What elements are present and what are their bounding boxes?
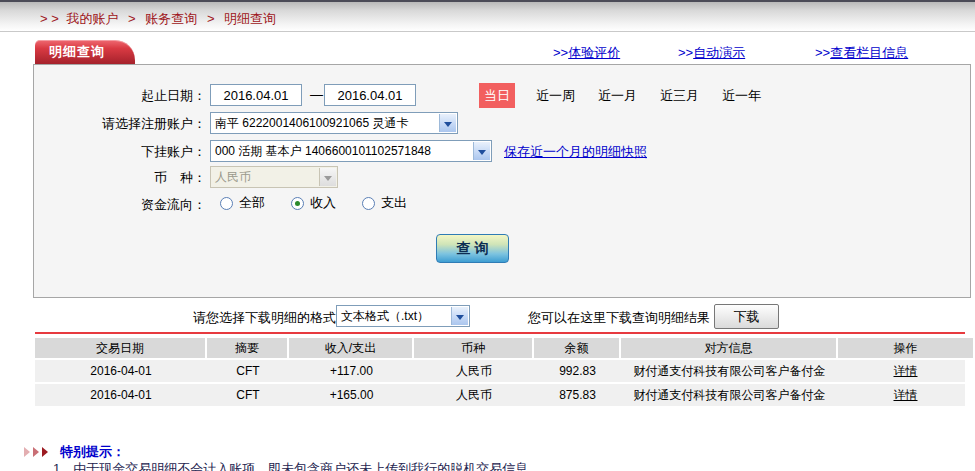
save-snapshot-link[interactable]: 保存近一个月的明细快照 (504, 143, 647, 161)
quick-range-quarter[interactable]: 近三月 (660, 87, 699, 105)
breadcrumb-item-account-query[interactable]: 账务查询 (145, 11, 197, 26)
header-balance: 余额 (534, 338, 619, 358)
cell-balance: 875.83 (534, 384, 621, 406)
cell-date: 2016-04-01 (35, 384, 207, 406)
date-range-label: 起止日期： (34, 87, 206, 105)
red-divider (35, 332, 965, 334)
detail-link[interactable]: 详情 (838, 360, 973, 382)
dropdown-arrow-icon (439, 114, 456, 132)
experience-rating-link[interactable]: >>体验评价 (553, 44, 620, 62)
sub-account-value: 000 活期 基本户 1406600101102571848 (215, 144, 431, 158)
quick-range-month[interactable]: 近一月 (598, 87, 637, 105)
radio-all[interactable]: 全部 (220, 194, 265, 212)
breadcrumb-item-detail-query[interactable]: 明细查询 (224, 11, 276, 26)
table-header-row: 交易日期 摘要 收入/支出 币种 余额 对方信息 操作 (35, 338, 965, 358)
registered-account-value: 南平 6222001406100921065 灵通卡 (215, 116, 408, 130)
sub-account-select[interactable]: 000 活期 基本户 1406600101102571848 (210, 140, 492, 162)
breadcrumb-separator: > (128, 11, 136, 26)
cell-amount: +165.00 (289, 384, 414, 406)
dropdown-arrow-icon (451, 307, 468, 325)
download-format-value: 文本格式（.txt） (341, 309, 429, 323)
header-counterparty: 对方信息 (621, 338, 836, 358)
quick-range-week[interactable]: 近一周 (536, 87, 575, 105)
quick-range-year[interactable]: 近一年 (722, 87, 761, 105)
detail-query-page: > > 我的账户 > 账务查询 > 明细查询 明细查询 >>体验评价 >>自动演… (0, 0, 975, 471)
breadcrumb-prefix: > > (40, 11, 59, 26)
download-format-select[interactable]: 文本格式（.txt） (336, 305, 470, 327)
quick-range-today-button[interactable]: 当日 (479, 83, 515, 108)
radio-all-label: 全部 (239, 194, 265, 212)
triple-arrow-icon (24, 447, 48, 457)
currency-value: 人民币 (215, 170, 251, 184)
special-notice-title: 特别提示： (60, 443, 125, 461)
breadcrumb-item-my-account[interactable]: 我的账户 (66, 11, 118, 26)
cell-counterparty: 财付通支付科技有限公司客户备付金 (621, 384, 838, 406)
radio-income[interactable]: 收入 (291, 194, 336, 212)
cell-summary: CFT (207, 360, 289, 382)
date-range-row: 起止日期： — 当日 近一周 近一月 近三月 近一年 (34, 83, 970, 107)
fund-flow-radio-group: 全部 收入 支出 (220, 194, 407, 212)
link-label: 查看栏目信息 (830, 45, 908, 60)
fund-flow-label: 资金流向： (34, 196, 206, 214)
cell-amount: +117.00 (289, 360, 414, 382)
query-form: 起止日期： — 当日 近一周 近一月 近三月 近一年 请选择注册账户： 南平 6… (33, 64, 971, 298)
end-date-input[interactable] (324, 84, 416, 106)
quick-range-group: 近一周 近一月 近三月 近一年 (536, 87, 761, 105)
link-prefix: >> (678, 45, 693, 60)
download-hint-text: 您可以在这里下载查询明细结果 (528, 309, 710, 327)
cell-balance: 992.83 (534, 360, 621, 382)
transaction-table: 交易日期 摘要 收入/支出 币种 余额 对方信息 操作 2016-04-01 C… (35, 338, 965, 406)
link-label: 体验评价 (568, 45, 620, 60)
radio-income-label: 收入 (310, 194, 336, 212)
header-action: 操作 (838, 338, 973, 358)
fund-flow-row: 资金流向： 全部 收入 支出 (34, 192, 970, 216)
date-range-dash: — (310, 87, 323, 102)
radio-circle-icon (291, 197, 304, 210)
radio-circle-icon (362, 197, 375, 210)
breadcrumb: > > 我的账户 > 账务查询 > 明细查询 (40, 10, 280, 28)
registered-account-row: 请选择注册账户： 南平 6222001406100921065 灵通卡 (34, 111, 970, 135)
dropdown-arrow-icon (319, 168, 336, 186)
header-date: 交易日期 (35, 338, 205, 358)
cell-summary: CFT (207, 384, 289, 406)
currency-select-disabled: 人民币 (210, 166, 338, 188)
cell-date: 2016-04-01 (35, 360, 207, 382)
link-prefix: >> (553, 45, 568, 60)
currency-label: 币 种： (34, 169, 206, 187)
download-row: 请您选择下载明细的格式 文本格式（.txt） 您可以在这里下载查询明细结果 下载 (0, 304, 975, 330)
link-label: 自动演示 (693, 45, 745, 60)
download-format-label: 请您选择下载明细的格式 (193, 309, 336, 327)
sub-account-row: 下挂账户： 000 活期 基本户 1406600101102571848 保存近… (34, 139, 970, 163)
column-info-link[interactable]: >>查看栏目信息 (815, 44, 908, 62)
radio-expense[interactable]: 支出 (362, 194, 407, 212)
link-prefix: >> (815, 45, 830, 60)
download-button[interactable]: 下载 (714, 304, 779, 329)
start-date-input[interactable] (210, 84, 302, 106)
table-row: 2016-04-01 CFT +117.00 人民币 992.83 财付通支付科… (35, 360, 965, 382)
cell-currency: 人民币 (414, 384, 534, 406)
radio-circle-icon (220, 197, 233, 210)
radio-expense-label: 支出 (381, 194, 407, 212)
dropdown-arrow-icon (473, 142, 490, 160)
detail-link[interactable]: 详情 (838, 384, 973, 406)
auto-demo-link[interactable]: >>自动演示 (678, 44, 745, 62)
header-summary: 摘要 (207, 338, 287, 358)
cell-counterparty: 财付通支付科技有限公司客户备付金 (621, 360, 838, 382)
special-notice-line: 1、由于现金交易明细不会计入账项，即未包含商户还未上传到我行的脱机交易信息 (53, 460, 528, 471)
registered-account-select[interactable]: 南平 6222001406100921065 灵通卡 (210, 112, 458, 134)
sub-account-label: 下挂账户： (34, 143, 206, 161)
table-row: 2016-04-01 CFT +165.00 人民币 875.83 财付通支付科… (35, 384, 965, 406)
header-amount: 收入/支出 (289, 338, 412, 358)
currency-row: 币 种： 人民币 (34, 165, 970, 189)
registered-account-label: 请选择注册账户： (34, 115, 206, 133)
tab-detail-query[interactable]: 明细查询 (35, 40, 135, 64)
header-currency: 币种 (414, 338, 532, 358)
breadcrumb-separator: > (207, 11, 215, 26)
cell-currency: 人民币 (414, 360, 534, 382)
query-button[interactable]: 查 询 (436, 234, 509, 263)
